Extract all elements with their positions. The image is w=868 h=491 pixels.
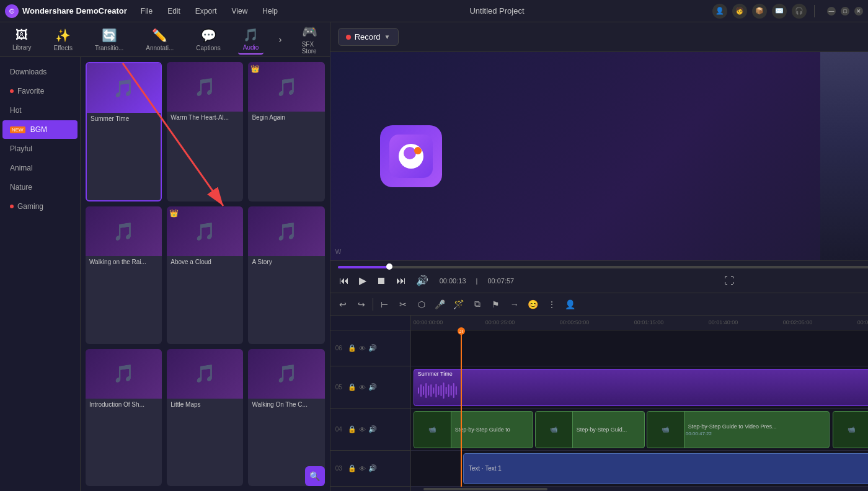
- menu-items: File Edit Export View Help: [137, 6, 281, 17]
- track-eye-icon3[interactable]: 👁: [359, 426, 366, 433]
- grid-button[interactable]: ⋮: [544, 297, 559, 312]
- music-card-begin-again[interactable]: 👑 🎵 Begin Again: [248, 62, 324, 201]
- toolbar-annotations[interactable]: ✏️ Annotati...: [141, 25, 179, 54]
- library-icon: 🖼: [16, 28, 28, 42]
- inbox-icon[interactable]: 📦: [752, 4, 767, 19]
- track-03-num: 03: [335, 465, 345, 472]
- fullscreen-button[interactable]: ⛶: [723, 274, 735, 288]
- card-label-walkingc: Walking On The C...: [248, 399, 324, 410]
- ruler-mark-5: 00:02:05:00: [783, 319, 813, 325]
- search-button[interactable]: 🔍: [305, 466, 325, 486]
- toolbar-transitions[interactable]: 🔄 Transitio...: [90, 25, 128, 54]
- track-eye-icon[interactable]: 👁: [359, 345, 366, 352]
- track-mute-icon4[interactable]: 🔊: [368, 464, 377, 472]
- arrow-button[interactable]: →: [507, 297, 522, 312]
- track-mute-icon[interactable]: 🔊: [368, 344, 377, 352]
- music-note-icon5: 🎵: [194, 221, 216, 242]
- transitions-label: Transitio...: [95, 45, 123, 51]
- scroll-track: [411, 487, 868, 491]
- maximize-button[interactable]: □: [841, 7, 849, 15]
- track-mute-icon3[interactable]: 🔊: [368, 425, 377, 433]
- video-clip-2[interactable]: 📹 Step-by-Step Guid...: [535, 411, 645, 448]
- audio-clip-summer-time[interactable]: Summer Time 00:03:26:2: [414, 369, 868, 406]
- play-button[interactable]: ▶: [358, 273, 368, 288]
- playhead[interactable]: JI: [461, 330, 462, 487]
- sidebar-item-downloads[interactable]: Downloads: [2, 63, 78, 81]
- wand-button[interactable]: 🪄: [451, 297, 466, 312]
- sidebar-item-nature[interactable]: Nature: [2, 178, 78, 197]
- record-button[interactable]: Record ▼: [338, 28, 399, 46]
- music-card-walking-rain[interactable]: 🎵 Walking on the Rai...: [86, 206, 162, 343]
- stop-button[interactable]: ⏹: [375, 274, 388, 288]
- minimize-button[interactable]: —: [827, 7, 836, 15]
- toolbar-more-icon[interactable]: ›: [276, 32, 284, 48]
- sidebar-item-hot[interactable]: Hot: [2, 101, 78, 120]
- redo-button[interactable]: ↪: [354, 297, 369, 312]
- music-note-icon8: 🎵: [194, 363, 216, 384]
- track-lock-icon[interactable]: 🔒: [348, 344, 356, 352]
- video-clip-1[interactable]: 📹 Step-by-Step Guide to: [414, 411, 533, 448]
- menu-file[interactable]: File: [137, 6, 156, 17]
- menu-export[interactable]: Export: [192, 6, 221, 17]
- video-clip-4[interactable]: 📹 Step-by-Step Guide to Video Pres... 00…: [833, 411, 868, 448]
- track-lock-icon3[interactable]: 🔒: [348, 425, 356, 433]
- toolbar-effects[interactable]: ✨ Effects: [49, 25, 78, 54]
- volume-icon[interactable]: 🔊: [415, 273, 430, 288]
- card-label-begin: Begin Again: [248, 112, 324, 123]
- card-thumb-summer-time: 🎵: [87, 63, 161, 113]
- music-card-little-maps[interactable]: 🎵 Little Maps: [167, 349, 243, 486]
- track-eye-icon4[interactable]: 👁: [359, 465, 366, 472]
- copy-button[interactable]: ⧉: [470, 297, 485, 312]
- sidebar-item-gaming[interactable]: Gaming: [2, 197, 78, 216]
- scroll-thumb[interactable]: [423, 488, 547, 490]
- flag-button[interactable]: ⚑: [489, 297, 503, 312]
- music-card-a-story[interactable]: 🎵 A Story: [248, 206, 324, 343]
- video-clip-3[interactable]: 📹 Step-by-Step Guide to Video Pres... 00…: [647, 411, 830, 448]
- undo-button[interactable]: ↩: [335, 297, 350, 312]
- sidebar-item-playful[interactable]: Playful: [2, 139, 78, 158]
- sidebar-item-favorite[interactable]: Favorite: [2, 82, 78, 100]
- track-eye-icon2[interactable]: 👁: [359, 384, 366, 391]
- cut-button[interactable]: ✂: [396, 297, 410, 312]
- music-card-intro[interactable]: 🎵 Introduction Of Sh...: [86, 349, 162, 486]
- main-layout: 🖼 Library ✨ Effects 🔄 Transitio... ✏️ An…: [0, 22, 868, 491]
- sidebar-item-bgm[interactable]: NEW BGM: [2, 120, 78, 139]
- split-button[interactable]: ⊢: [377, 297, 392, 312]
- crop-button[interactable]: ⬡: [414, 297, 429, 312]
- video-thumb-3: 📹: [647, 412, 684, 448]
- music-card-walking-c[interactable]: 🎵 Walking On The C...: [248, 349, 324, 486]
- toolbar-library[interactable]: 🖼 Library: [7, 25, 37, 53]
- track-lock-icon2[interactable]: 🔒: [348, 383, 356, 391]
- menu-edit[interactable]: Edit: [164, 6, 184, 17]
- progress-fill: [338, 266, 390, 268]
- sidebar-item-animal[interactable]: Animal: [2, 159, 78, 177]
- skip-back-button[interactable]: ⏮: [338, 274, 350, 288]
- track-mute-icon2[interactable]: 🔊: [368, 383, 377, 391]
- emoji-button[interactable]: 😊: [526, 297, 541, 312]
- menu-help[interactable]: Help: [259, 6, 281, 17]
- toolbar-audio[interactable]: 🎵 Audio: [238, 25, 264, 55]
- toolbar-sfxstore[interactable]: 🎮 SFX Store: [297, 22, 322, 57]
- annotations-icon: ✏️: [152, 28, 167, 43]
- person-button[interactable]: 👤: [563, 297, 578, 312]
- logo-circle: [399, 144, 423, 169]
- user-icon[interactable]: 🧑: [732, 4, 747, 19]
- progress-bar[interactable]: [338, 266, 868, 268]
- mic-button[interactable]: 🎤: [433, 297, 448, 312]
- mail-icon[interactable]: ✉️: [772, 4, 787, 19]
- headset-icon[interactable]: 🎧: [792, 4, 807, 19]
- track-area[interactable]: 00:00:00:00 00:00:25:00 00:00:50:00 00:0…: [411, 316, 868, 491]
- music-card-above-cloud[interactable]: 👑 🎵 Above a Cloud: [167, 206, 243, 343]
- card-label-intro: Introduction Of Sh...: [86, 399, 162, 410]
- time-total: 00:07:57: [487, 277, 514, 285]
- skip-forward-button[interactable]: ⏭: [395, 274, 407, 288]
- account-icon[interactable]: 👤: [712, 4, 727, 19]
- music-card-summer-time[interactable]: 🎵 Summer Time: [86, 62, 162, 201]
- track-lock-icon4[interactable]: 🔒: [348, 464, 356, 472]
- text-clip-1[interactable]: Text · Text 1: [463, 453, 868, 484]
- music-card-warm-the-heart[interactable]: 🎵 Warm The Heart-Al...: [167, 62, 243, 201]
- downloads-label: Downloads: [10, 68, 46, 76]
- toolbar-captions[interactable]: 💬 Captions: [191, 25, 225, 54]
- menu-view[interactable]: View: [228, 6, 252, 17]
- close-button[interactable]: ✕: [854, 7, 863, 15]
